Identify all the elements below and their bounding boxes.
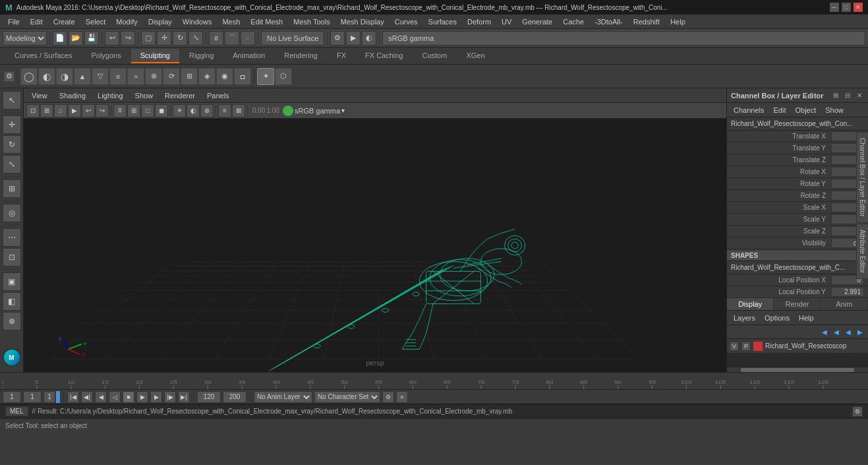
menu-generate[interactable]: Generate bbox=[517, 16, 558, 27]
grid-toggle-button[interactable]: # bbox=[113, 104, 127, 117]
tab-custom[interactable]: Custom bbox=[413, 49, 457, 63]
vp-menu-panels[interactable]: Panels bbox=[202, 90, 235, 101]
universal-manip-button[interactable]: ⊞ bbox=[3, 179, 21, 198]
anim-settings-button[interactable]: ⚙ bbox=[382, 391, 394, 403]
colorspace-label[interactable]: sRGB gamma bbox=[295, 107, 340, 115]
menu-mesh-tools[interactable]: Mesh Tools bbox=[288, 16, 335, 27]
window-controls[interactable]: ─ □ ✕ bbox=[830, 3, 863, 12]
last-tool-button[interactable]: ⊡ bbox=[3, 248, 21, 266]
move-tool-button[interactable]: ✛ bbox=[157, 31, 171, 46]
cam-undo-button[interactable]: ↩ bbox=[82, 104, 95, 117]
side-tab-attribute-editor[interactable]: Attribute Editor bbox=[856, 224, 868, 279]
select-tool-button[interactable]: ▢ bbox=[141, 31, 156, 46]
workspace-dropdown[interactable]: Modeling bbox=[3, 31, 47, 46]
ipr-button[interactable]: ◐ bbox=[362, 31, 376, 46]
color-space-field[interactable]: sRGB gamma bbox=[382, 31, 865, 46]
layer-icon-4[interactable]: ▶ bbox=[855, 326, 865, 337]
render-settings-button[interactable]: ⚙ bbox=[330, 31, 345, 46]
prev-frame-button[interactable]: ◀ bbox=[95, 391, 107, 403]
sculpt-flatten-tool[interactable]: ≡ bbox=[109, 68, 127, 85]
expand-icon[interactable]: ⊞ bbox=[831, 91, 840, 100]
tab-polygons[interactable]: Polygons bbox=[82, 49, 130, 63]
new-file-button[interactable]: 📄 bbox=[53, 31, 67, 46]
edit-menu[interactable]: Edit bbox=[769, 105, 790, 115]
viewport[interactable]: Y X Z persp bbox=[24, 119, 726, 372]
menu-surfaces[interactable]: Surfaces bbox=[423, 16, 462, 27]
tab-animation[interactable]: Animation bbox=[223, 49, 274, 63]
tab-anim[interactable]: Anim bbox=[821, 298, 868, 310]
cam-bookmark-button[interactable]: ▶ bbox=[68, 104, 81, 117]
dock-icon[interactable]: ⊟ bbox=[843, 91, 852, 100]
sculpt-grab-tool[interactable]: ◐ bbox=[38, 68, 55, 85]
layer-color-swatch[interactable] bbox=[753, 342, 763, 351]
status-settings-icon[interactable]: ⚙ bbox=[852, 406, 863, 417]
menu-display[interactable]: Display bbox=[143, 16, 177, 27]
cam-fit-all-button[interactable]: ⊡ bbox=[26, 104, 40, 117]
soft-select-button[interactable]: ◎ bbox=[3, 204, 21, 222]
timeline[interactable]: 1 5 10 15 20 25 30 35 40 45 50 bbox=[0, 372, 868, 389]
go-end-button[interactable]: ▶| bbox=[178, 391, 190, 403]
rotate-tool-button[interactable]: ↻ bbox=[173, 31, 187, 46]
minimize-button[interactable]: ─ bbox=[830, 3, 839, 12]
camera-bookmark-button[interactable]: ⊗ bbox=[3, 312, 21, 330]
tab-fx-caching[interactable]: FX Caching bbox=[356, 49, 412, 63]
options-menu[interactable]: Options bbox=[761, 313, 794, 323]
cam-sync-button[interactable]: ⌂ bbox=[54, 104, 67, 117]
command-mode-button[interactable]: MEL bbox=[5, 406, 28, 416]
tab-display[interactable]: Display bbox=[727, 298, 774, 310]
menu-deform[interactable]: Deform bbox=[462, 16, 496, 27]
rotate-button[interactable]: ↻ bbox=[3, 135, 21, 154]
channels-menu[interactable]: Channels bbox=[730, 105, 768, 115]
vp-menu-renderer[interactable]: Renderer bbox=[159, 90, 200, 101]
play-back-button[interactable]: ◁ bbox=[109, 391, 121, 403]
sculpt-push-pull-tool[interactable]: ▲ bbox=[74, 68, 91, 85]
sculpt-imprint-tool[interactable]: ⊞ bbox=[181, 68, 198, 85]
render-button[interactable]: ▶ bbox=[346, 31, 361, 46]
redo-button[interactable]: ↪ bbox=[121, 31, 135, 46]
close-button[interactable]: ✕ bbox=[854, 3, 863, 12]
select-mode-button[interactable]: ↖ bbox=[3, 91, 21, 109]
vp-menu-lighting[interactable]: Lighting bbox=[92, 90, 129, 101]
show-manip-button[interactable]: ⋯ bbox=[3, 228, 21, 247]
attr-local-pos-y-value[interactable]: 2.991 bbox=[831, 287, 864, 297]
sculpt-relax-tool[interactable]: ◯ bbox=[20, 68, 38, 85]
vp-menu-show[interactable]: Show bbox=[130, 90, 159, 101]
layer-item[interactable]: V P Richard_Wolf_Resectoscop bbox=[727, 339, 868, 354]
layer-scrollbar-thumb[interactable] bbox=[741, 368, 854, 372]
snap-grid-button[interactable]: # bbox=[209, 31, 223, 46]
tab-curves-surfaces[interactable]: Curves / Surfaces bbox=[5, 49, 81, 63]
sculpt-spray-tool[interactable]: ⊕ bbox=[145, 68, 162, 85]
stop-button[interactable]: ■ bbox=[123, 391, 134, 403]
menu-windows[interactable]: Windows bbox=[177, 16, 217, 27]
prev-key-button[interactable]: ◀| bbox=[81, 391, 93, 403]
object-menu[interactable]: Object bbox=[791, 105, 820, 115]
scale-tool-button[interactable]: ⤡ bbox=[188, 31, 203, 46]
range-end-input[interactable] bbox=[223, 391, 246, 403]
undo-button[interactable]: ↩ bbox=[105, 31, 119, 46]
menu-file[interactable]: File bbox=[3, 16, 25, 27]
menu-mesh[interactable]: Mesh bbox=[217, 16, 245, 27]
snap-point-button[interactable]: · bbox=[241, 31, 255, 46]
side-tab-channel-box[interactable]: Channel Box / Layer Editor bbox=[856, 132, 868, 223]
uv-button[interactable]: ⊠ bbox=[232, 104, 245, 117]
tab-fx[interactable]: FX bbox=[328, 49, 355, 63]
snap-curve-button[interactable]: ⌒ bbox=[225, 31, 239, 46]
sculpt-foamy-tool[interactable]: ≈ bbox=[127, 68, 144, 85]
close-icon[interactable]: ✕ bbox=[855, 91, 864, 100]
menu-edit[interactable]: Edit bbox=[25, 16, 48, 27]
go-start-button[interactable]: |◀ bbox=[67, 391, 79, 403]
menu-uv[interactable]: UV bbox=[496, 16, 517, 27]
smooth-shade-button[interactable]: ◼ bbox=[155, 104, 168, 117]
menu-mesh-display[interactable]: Mesh Display bbox=[335, 16, 390, 27]
colorspace-arrow[interactable]: ▾ bbox=[341, 107, 345, 114]
next-frame-button[interactable]: ▶ bbox=[150, 391, 162, 403]
live-surface-field[interactable]: No Live Surface bbox=[261, 31, 324, 46]
layer-scrollbar-container[interactable] bbox=[727, 367, 868, 372]
start-frame-input[interactable]: 1 bbox=[3, 391, 21, 403]
save-file-button[interactable]: 💾 bbox=[84, 31, 99, 46]
hud-toggle-button[interactable]: ⊞ bbox=[127, 104, 140, 117]
timeline-track[interactable]: 1 5 10 15 20 25 30 35 40 45 50 bbox=[3, 373, 865, 389]
end-frame-input[interactable] bbox=[197, 391, 221, 403]
current-frame-input[interactable]: 1 bbox=[23, 391, 42, 403]
anim-prefs-button[interactable]: ≡ bbox=[396, 391, 408, 403]
